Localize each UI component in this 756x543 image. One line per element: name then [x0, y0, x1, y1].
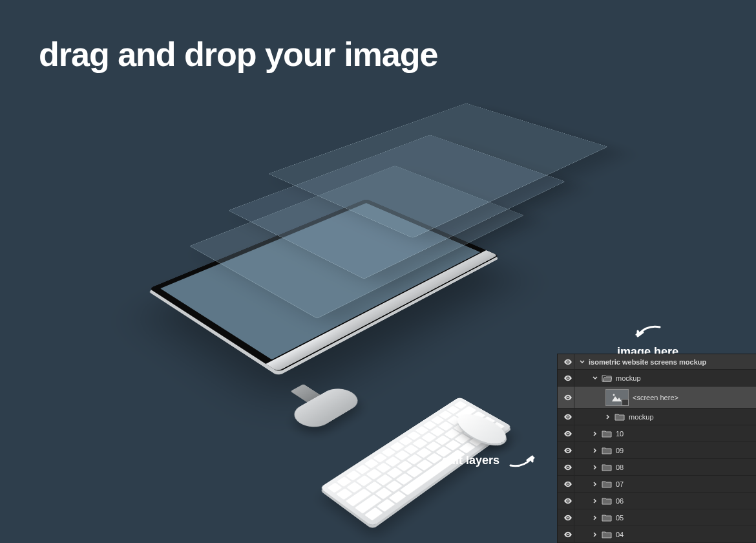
- layer-label: 09: [616, 447, 624, 454]
- eye-icon[interactable]: [563, 375, 572, 381]
- chevron-right-icon[interactable]: [605, 414, 611, 420]
- svg-point-1: [567, 377, 568, 378]
- layer-label: mockup: [616, 374, 641, 382]
- svg-point-3: [613, 394, 615, 396]
- folder-open-icon: [602, 374, 612, 382]
- layer-row-folder[interactable]: 05: [558, 509, 756, 526]
- layer-label: 07: [616, 480, 624, 488]
- layer-row-folder[interactable]: 08: [558, 459, 756, 476]
- layer-label: <screen here>: [633, 394, 678, 401]
- layer-label: mockup: [629, 413, 654, 421]
- arrow-left-icon: [634, 325, 661, 341]
- svg-point-2: [567, 396, 568, 398]
- layer-label: 05: [616, 514, 624, 522]
- svg-point-9: [567, 500, 568, 501]
- eye-icon[interactable]: [563, 498, 572, 504]
- svg-point-7: [567, 466, 568, 467]
- eye-icon[interactable]: [563, 481, 572, 487]
- layer-row-folder[interactable]: 07: [558, 476, 756, 493]
- folder-icon: [602, 514, 612, 522]
- eye-icon[interactable]: [563, 414, 572, 420]
- folder-icon: [602, 480, 612, 488]
- layer-label: 06: [616, 497, 624, 505]
- layer-row-folder[interactable]: 06: [558, 493, 756, 509]
- layer-row-root[interactable]: isometric website screens mockup: [558, 354, 756, 370]
- chevron-right-icon[interactable]: [593, 448, 598, 453]
- layer-row-screen-here[interactable]: <screen here>: [558, 387, 756, 409]
- eye-icon[interactable]: [563, 531, 572, 538]
- chevron-down-icon[interactable]: [580, 359, 585, 365]
- chevron-down-icon[interactable]: [593, 376, 598, 381]
- folder-icon: [602, 463, 612, 471]
- svg-point-8: [567, 483, 568, 484]
- headline: drag and drop your image: [39, 35, 437, 74]
- chevron-right-icon[interactable]: [593, 515, 598, 520]
- arrow-right-icon: [509, 452, 536, 469]
- annotation-edit-layers: edit layers: [442, 452, 536, 469]
- eye-icon[interactable]: [563, 431, 572, 437]
- layer-row-mockup-group[interactable]: mockup: [558, 370, 756, 387]
- eye-icon[interactable]: [563, 464, 572, 471]
- layer-row-folder[interactable]: 04: [558, 526, 756, 543]
- svg-point-6: [567, 449, 568, 451]
- chevron-right-icon[interactable]: [593, 482, 598, 487]
- smart-object-icon: [605, 389, 629, 406]
- chevron-right-icon[interactable]: [593, 532, 598, 537]
- svg-point-0: [567, 361, 568, 362]
- chevron-right-icon[interactable]: [593, 498, 598, 504]
- layer-label: 08: [616, 463, 624, 471]
- svg-point-4: [567, 416, 568, 417]
- folder-icon: [602, 430, 612, 438]
- layer-label: isometric website screens mockup: [589, 358, 706, 366]
- chevron-right-icon[interactable]: [593, 431, 598, 436]
- layer-row-folder[interactable]: 10: [558, 425, 756, 442]
- folder-icon: [602, 531, 612, 538]
- folder-icon: [602, 447, 612, 454]
- svg-point-11: [567, 533, 568, 535]
- folder-icon: [614, 413, 625, 421]
- eye-icon[interactable]: [563, 515, 572, 521]
- layer-label: 10: [616, 430, 624, 438]
- folder-icon: [602, 497, 612, 505]
- layer-row-inner-mockup[interactable]: mockup: [558, 409, 756, 425]
- layers-panel[interactable]: isometric website screens mockup mockup …: [557, 354, 756, 543]
- eye-icon[interactable]: [563, 359, 572, 365]
- layer-label: 04: [616, 531, 624, 538]
- annotation-edit-layers-label: edit layers: [442, 454, 499, 467]
- svg-point-10: [567, 516, 568, 518]
- layer-row-folder[interactable]: 09: [558, 442, 756, 459]
- chevron-right-icon[interactable]: [593, 465, 598, 470]
- monitor-stand: [287, 385, 366, 432]
- svg-point-5: [567, 432, 568, 434]
- eye-icon[interactable]: [563, 394, 572, 401]
- eye-icon[interactable]: [563, 447, 572, 454]
